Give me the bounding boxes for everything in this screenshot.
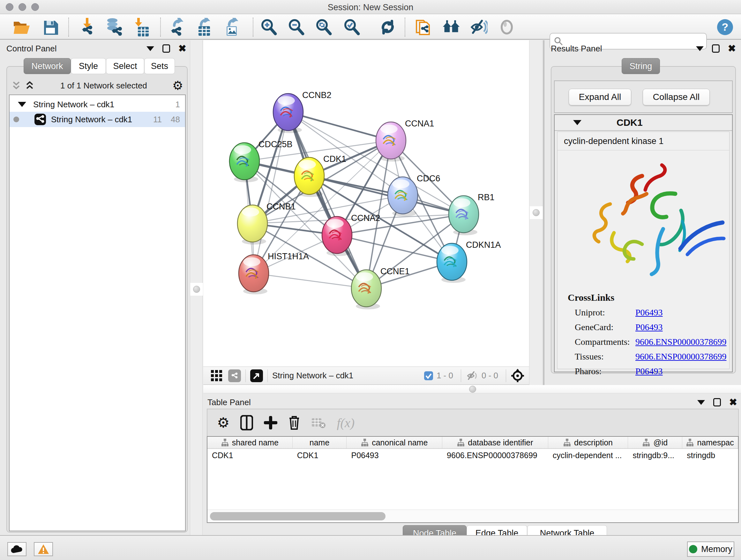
memory-button[interactable]: Memory <box>687 542 734 557</box>
bottom-splitter-handle[interactable] <box>469 386 476 393</box>
expand-all-icon[interactable] <box>24 80 35 91</box>
crosslink-link[interactable]: 9606.ENSP00000378699 <box>635 337 726 347</box>
control-panel-menu-icon[interactable] <box>146 46 154 51</box>
network-node-hist1h1a[interactable] <box>239 255 269 294</box>
results-entry-cdk1: CDK1 cyclin-dependent kinase 1 <box>554 114 733 372</box>
help-icon[interactable]: ? <box>716 18 734 36</box>
delete-column-icon[interactable] <box>288 415 300 430</box>
hidden-counts: 0 - 0 <box>482 371 498 381</box>
table-cell[interactable]: cyclin-dependent ... <box>548 449 628 462</box>
column-header-description[interactable]: description <box>548 437 628 448</box>
collapse-all-button[interactable]: Collapse All <box>643 89 710 105</box>
tab-sets[interactable]: Sets <box>144 58 175 74</box>
network-node-ccne1[interactable] <box>351 270 381 309</box>
entry-header[interactable]: CDK1 <box>555 115 732 131</box>
network-node-ccna1[interactable] <box>376 122 406 162</box>
home-icon[interactable] <box>442 18 460 36</box>
network-options-gear-icon[interactable]: ⚙ <box>172 79 183 91</box>
crosslink-link[interactable]: P06493 <box>635 366 663 376</box>
results-panel-float-icon[interactable] <box>712 44 720 53</box>
export-table-icon[interactable] <box>195 18 213 36</box>
table-panel-close-icon[interactable]: ✖ <box>729 398 737 407</box>
expand-all-button[interactable]: Expand All <box>569 89 631 105</box>
network-row-selected[interactable]: String Network – cdk1 11 48 <box>10 112 185 127</box>
export-network-icon[interactable] <box>169 18 186 36</box>
birdseye-icon[interactable] <box>511 369 525 383</box>
table-panel-menu-icon[interactable] <box>697 400 705 405</box>
table-cell[interactable]: stringdb <box>682 449 738 462</box>
network-node-rb1[interactable] <box>449 196 479 235</box>
zoom-selected-icon[interactable] <box>343 18 360 36</box>
string-network-graph[interactable]: CCNB2CCNA1CDC25BCDK1CDC6RB1CCNB1CCNA2CDK… <box>203 40 529 367</box>
table-hscrollbar[interactable] <box>207 509 738 522</box>
open-session-icon[interactable] <box>13 18 30 36</box>
save-session-icon[interactable] <box>42 18 59 36</box>
network-node-cdc6[interactable] <box>388 177 418 216</box>
table-cell[interactable]: stringdb:9... <box>628 449 682 462</box>
network-collection-row[interactable]: String Network – cdk1 1 <box>10 97 185 112</box>
network-node-cdc25b[interactable] <box>229 143 259 182</box>
crosslink-link[interactable]: 9606.ENSP00000378699 <box>635 352 726 362</box>
node-table[interactable]: shared namenamecanonical namedatabase id… <box>207 436 739 523</box>
table-hscrollbar-thumb[interactable] <box>210 512 386 520</box>
column-header-shared-name[interactable]: shared name <box>207 437 293 448</box>
hide-panels-icon[interactable] <box>470 18 488 36</box>
tab-network[interactable]: Network <box>23 58 71 74</box>
entry-body: cyclin-dependent kinase 1 <box>557 132 730 369</box>
control-panel-float-icon[interactable] <box>162 44 170 53</box>
entry-collapse-triangle-icon[interactable] <box>573 120 582 125</box>
refresh-icon[interactable] <box>379 18 397 36</box>
detach-view-icon[interactable] <box>250 369 263 382</box>
zoom-in-icon[interactable] <box>260 18 278 36</box>
zoom-out-icon[interactable] <box>287 18 305 36</box>
network-node-ccnb2[interactable] <box>273 94 303 133</box>
zoom-fit-icon[interactable] <box>315 18 333 36</box>
column-header-name[interactable]: name <box>293 437 347 448</box>
bottom-splitter[interactable] <box>203 385 741 393</box>
right-splitter-handle[interactable] <box>530 206 542 219</box>
crosslink-row: GeneCard:P06493 <box>568 322 729 332</box>
table-row[interactable]: CDK1CDK1P064939606.ENSP00000378699cyclin… <box>207 449 738 462</box>
tab-style[interactable]: Style <box>71 58 106 74</box>
table-cell[interactable]: CDK1 <box>207 449 293 462</box>
left-splitter[interactable] <box>190 40 203 535</box>
add-column-icon[interactable] <box>264 416 277 429</box>
column-header-namespac[interactable]: namespac <box>682 437 738 448</box>
table-options-gear-icon[interactable]: ⚙ <box>217 417 229 429</box>
import-network-from-database-icon[interactable] <box>105 18 123 36</box>
tab-string[interactable]: String <box>622 58 660 74</box>
column-header-canonical-name[interactable]: canonical name <box>347 437 442 448</box>
collapse-all-icon[interactable] <box>11 80 22 91</box>
share-view-icon[interactable] <box>228 369 241 382</box>
export-image-icon[interactable] <box>223 18 241 36</box>
tab-select[interactable]: Select <box>106 58 144 74</box>
control-panel-close-icon[interactable]: ✖ <box>179 44 186 53</box>
clone-network-icon[interactable] <box>414 18 432 36</box>
node-label-ccna1: CCNA1 <box>405 119 434 128</box>
column-header--id[interactable]: @id <box>628 437 682 448</box>
crosslink-link[interactable]: P06493 <box>635 307 663 318</box>
table-cell[interactable]: CDK1 <box>293 449 347 462</box>
collapse-triangle-icon[interactable] <box>18 102 26 107</box>
network-node-ccnb1[interactable] <box>238 205 267 245</box>
table-cell[interactable]: P06493 <box>347 449 442 462</box>
grid-view-icon[interactable] <box>210 369 223 382</box>
cloud-status-button[interactable] <box>7 542 26 556</box>
left-splitter-handle[interactable] <box>190 283 203 296</box>
columns-icon[interactable] <box>240 415 253 430</box>
results-panel-close-icon[interactable]: ✖ <box>728 44 736 53</box>
table-panel-float-icon[interactable] <box>713 398 721 407</box>
column-header-database-identifier[interactable]: database identifier <box>442 437 548 448</box>
crosslink-link[interactable]: P06493 <box>635 322 663 332</box>
table-cell[interactable]: 9606.ENSP00000378699 <box>442 449 548 462</box>
import-network-icon[interactable] <box>78 18 96 36</box>
network-canvas[interactable]: CCNB2CCNA1CDC25BCDK1CDC6RB1CCNB1CCNA2CDK… <box>203 40 529 367</box>
selected-checkbox-icon[interactable] <box>424 371 433 381</box>
warnings-button[interactable] <box>34 542 53 556</box>
footer-network-name: String Network – cdk1 <box>272 371 353 381</box>
import-table-icon[interactable] <box>133 18 151 36</box>
network-node-cdkn1a[interactable] <box>437 243 467 283</box>
hidden-eye-icon <box>466 371 478 381</box>
right-splitter[interactable] <box>529 40 542 385</box>
results-panel-menu-icon[interactable] <box>696 46 704 51</box>
